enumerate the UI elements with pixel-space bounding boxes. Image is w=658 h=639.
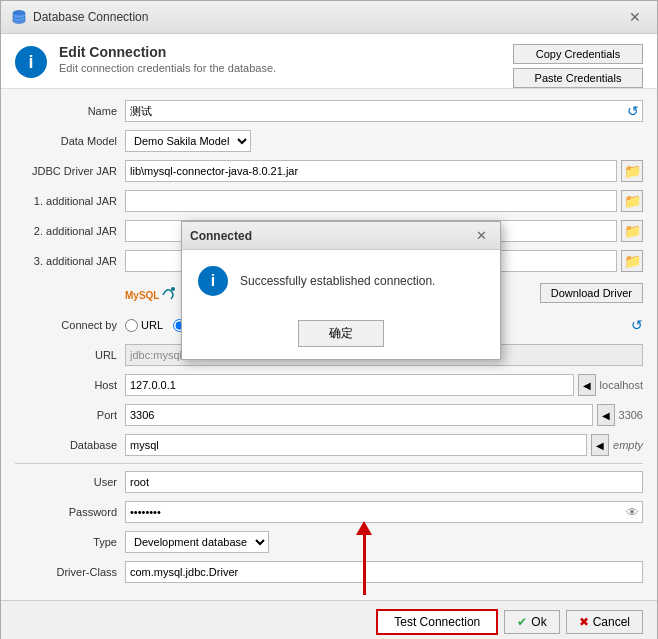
port-row: Port ◀ 3306: [15, 403, 643, 427]
name-input-wrap: ↺: [125, 100, 643, 122]
database-input-wrap: [125, 434, 587, 456]
name-label: Name: [15, 105, 125, 117]
header-text: Edit Connection Edit connection credenti…: [59, 44, 276, 74]
connect-by-label: Connect by: [15, 319, 125, 331]
mysql-logo: MySQL: [125, 281, 180, 306]
database-icon: [11, 9, 27, 25]
jdbc-folder-button[interactable]: 📁: [621, 160, 643, 182]
jar2-folder-button[interactable]: 📁: [621, 220, 643, 242]
type-row: Type Development database: [15, 530, 643, 554]
name-row: Name ↺: [15, 99, 643, 123]
driver-class-row: Driver-Class: [15, 560, 643, 584]
driver-class-label: Driver-Class: [15, 566, 125, 578]
main-window: Database Connection ✕ i Edit Connection …: [0, 0, 658, 639]
jdbc-input-wrap: [125, 160, 617, 182]
user-input-wrap: [125, 471, 643, 493]
port-input-wrap: [125, 404, 593, 426]
database-label: Database: [15, 439, 125, 451]
password-eye-icon[interactable]: 👁: [626, 505, 639, 520]
radio-url-text: URL: [141, 319, 163, 331]
password-label: Password: [15, 506, 125, 518]
jar1-input[interactable]: [125, 190, 617, 212]
connected-dialog: Connected ✕ i Successfully established c…: [181, 221, 501, 360]
host-label: Host: [15, 379, 125, 391]
jdbc-label: JDBC Driver JAR: [15, 165, 125, 177]
header-info-icon: i: [15, 46, 47, 78]
dialog-title: Connected: [190, 229, 252, 243]
type-select[interactable]: Development database: [125, 531, 269, 553]
mysql-logo-icon: MySQL: [125, 281, 180, 306]
footer: Test Connection ✔ Ok ✖ Cancel: [1, 600, 657, 639]
copy-credentials-button[interactable]: Copy Credentials: [513, 44, 643, 64]
data-model-label: Data Model: [15, 135, 125, 147]
password-input[interactable]: [125, 501, 643, 523]
jar1-folder-button[interactable]: 📁: [621, 190, 643, 212]
svg-point-3: [171, 287, 175, 291]
user-row: User: [15, 470, 643, 494]
jar3-folder-button[interactable]: 📁: [621, 250, 643, 272]
type-select-wrap: Development database: [125, 531, 269, 553]
data-model-select-wrap: Demo Sakila Model: [125, 130, 251, 152]
download-driver-button[interactable]: Download Driver: [540, 283, 643, 303]
host-default-value: localhost: [600, 379, 643, 391]
database-row: Database ◀ empty: [15, 433, 643, 457]
name-input[interactable]: [125, 100, 643, 122]
data-model-row: Data Model Demo Sakila Model: [15, 129, 643, 153]
database-default-button[interactable]: ◀: [591, 434, 609, 456]
user-input[interactable]: [125, 471, 643, 493]
password-row: Password 👁: [15, 500, 643, 524]
dialog-confirm-button[interactable]: 确定: [298, 320, 384, 347]
dialog-message: Successfully established connection.: [240, 274, 435, 288]
svg-text:MySQL: MySQL: [125, 290, 159, 301]
jdbc-input[interactable]: [125, 160, 617, 182]
ok-button[interactable]: ✔ Ok: [504, 610, 559, 634]
ok-checkmark-icon: ✔: [517, 615, 527, 629]
driver-class-input[interactable]: [125, 561, 643, 583]
paste-credentials-button[interactable]: Paste Credentials: [513, 68, 643, 88]
ok-label: Ok: [531, 615, 546, 629]
header-section: i Edit Connection Edit connection creden…: [1, 34, 657, 89]
connect-reload-icon[interactable]: ↺: [631, 317, 643, 333]
cancel-button[interactable]: ✖ Cancel: [566, 610, 643, 634]
dialog-content: i Successfully established connection.: [182, 250, 500, 312]
port-default-button[interactable]: ◀: [597, 404, 615, 426]
database-default-value: empty: [613, 439, 643, 451]
dialog-close-button[interactable]: ✕: [471, 227, 492, 244]
jar1-row: 1. additional JAR 📁: [15, 189, 643, 213]
radio-url[interactable]: [125, 319, 138, 332]
header-buttons: Copy Credentials Paste Credentials: [513, 44, 643, 88]
header-subtitle: Edit connection credentials for the data…: [59, 62, 276, 74]
port-default-value: 3306: [619, 409, 643, 421]
driver-class-input-wrap: [125, 561, 643, 583]
host-default-button[interactable]: ◀: [578, 374, 596, 396]
separator: [15, 463, 643, 464]
title-bar: Database Connection ✕: [1, 1, 657, 34]
dialog-info-icon: i: [198, 266, 228, 296]
dialog-footer: 确定: [182, 312, 500, 359]
cancel-label: Cancel: [593, 615, 630, 629]
header-title: Edit Connection: [59, 44, 276, 60]
dialog-title-bar: Connected ✕: [182, 222, 500, 250]
radio-url-label[interactable]: URL: [125, 319, 163, 332]
jar2-label: 2. additional JAR: [15, 225, 125, 237]
host-row: Host ◀ localhost: [15, 373, 643, 397]
jdbc-row: JDBC Driver JAR 📁: [15, 159, 643, 183]
jar3-label: 3. additional JAR: [15, 255, 125, 267]
password-input-wrap: 👁: [125, 501, 643, 523]
svg-point-1: [13, 11, 25, 16]
user-label: User: [15, 476, 125, 488]
port-input[interactable]: [125, 404, 593, 426]
url-label: URL: [15, 349, 125, 361]
window-close-button[interactable]: ✕: [623, 7, 647, 27]
cancel-cross-icon: ✖: [579, 615, 589, 629]
name-reload-icon[interactable]: ↺: [627, 103, 639, 119]
jar1-input-wrap: [125, 190, 617, 212]
type-label: Type: [15, 536, 125, 548]
window-title: Database Connection: [33, 10, 148, 24]
test-connection-button[interactable]: Test Connection: [376, 609, 498, 635]
jar1-label: 1. additional JAR: [15, 195, 125, 207]
data-model-select[interactable]: Demo Sakila Model: [125, 130, 251, 152]
host-input-wrap: [125, 374, 574, 396]
database-input[interactable]: [125, 434, 587, 456]
host-input[interactable]: [125, 374, 574, 396]
